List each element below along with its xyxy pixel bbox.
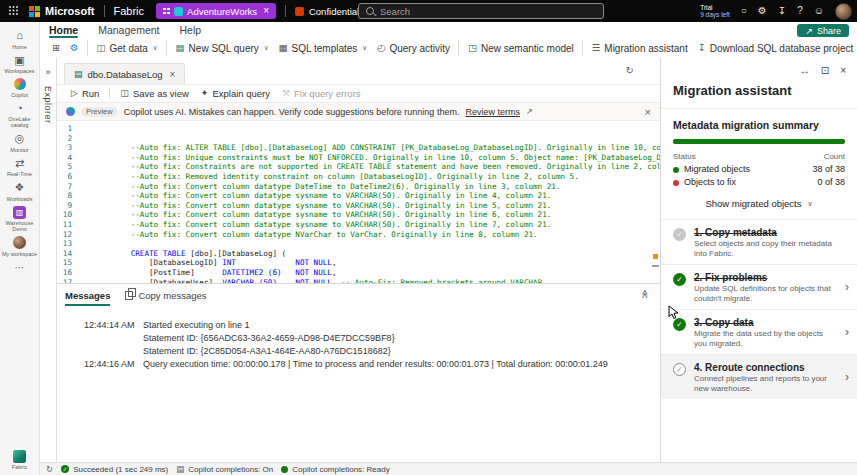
code-line[interactable]: 1 --Auto fix: ALTER TABLE [dbo].[Databas…: [57, 124, 660, 134]
summary-title: Metadata migration summary: [673, 119, 845, 131]
explain-query-button[interactable]: ✦ Explain query: [195, 86, 276, 101]
code-line[interactable]: 7 --Auto fix: Convert column datatype sy…: [57, 182, 660, 192]
query-status-text: Succeeded (1 sec 249 ms): [73, 465, 168, 474]
copilot-completions-toggle[interactable]: ▤ Copilot completions: On: [176, 465, 273, 474]
ribbon-button[interactable]: ⊞ ∨: [47, 40, 65, 56]
ribbon-button[interactable]: ▤ New SQL query ∨: [166, 40, 274, 56]
code-area[interactable]: 1 --Auto fix: ALTER TABLE [dbo].[Databas…: [57, 121, 660, 289]
code-line[interactable]: 13 [DatabaseLogID] INT NOT NULL,: [57, 239, 660, 249]
search-input[interactable]: Search: [358, 3, 604, 19]
tab-messages[interactable]: Messages: [65, 284, 110, 306]
ribbon-button[interactable]: ⚙ ∨: [65, 40, 84, 56]
step-content: 1. Copy metadata Select objects and copy…: [694, 226, 837, 258]
code-line[interactable]: 9 --Auto fix: Convert column datatype sy…: [57, 201, 660, 211]
message-time: [84, 332, 143, 345]
code-line[interactable]: 15 [DatabaseUser] VARCHAR (50) NOT NULL,…: [57, 258, 660, 268]
sidebar-item[interactable]: ⌂ Home: [1, 29, 39, 50]
ribbon-button-icon: ◫: [97, 43, 106, 53]
ribbon-button-icon: ◴: [377, 43, 385, 53]
message-time: 12:44:14 AM: [84, 319, 143, 332]
ribbon-button-icon: ↧: [698, 43, 706, 53]
close-icon[interactable]: ×: [263, 6, 269, 16]
search-placeholder: Search: [380, 6, 410, 17]
sidebar-item[interactable]: ▥ Warehouse Demo: [1, 206, 39, 233]
show-migrated-objects-button[interactable]: Show migrated objects ∨: [699, 197, 818, 210]
close-icon[interactable]: ×: [645, 106, 651, 118]
step-description: Select objects and copy their metadata i…: [694, 239, 837, 258]
feedback-icon[interactable]: ☺: [814, 6, 824, 16]
message-row: Statement ID: {2C85D054-A3A1-464E-AA80-A…: [57, 345, 660, 358]
summary-row-label: Migrated objects: [684, 163, 750, 176]
close-icon[interactable]: ×: [840, 66, 846, 76]
review-terms-link[interactable]: Review terms: [465, 107, 520, 117]
app-launcher-icon[interactable]: [9, 6, 19, 16]
ribbon-button[interactable]: ◳ New semantic model ∨: [458, 40, 579, 56]
sidebar-item[interactable]: My workspace: [1, 236, 39, 257]
ribbon-button[interactable]: ☰ Migration assistant ∨: [582, 40, 693, 56]
code-line[interactable]: 10 --Auto fix: Convert column datatype N…: [57, 210, 660, 220]
ribbon-button[interactable]: ▦ SQL templates ∨: [274, 40, 373, 56]
message-row: 12:44:14 AM Started executing on line 1: [57, 319, 660, 332]
sidebar-item-icon: [13, 236, 26, 249]
notifications-icon[interactable]: ○: [741, 6, 747, 16]
chevron-right-icon: ›: [845, 370, 849, 384]
code-line-text: --Auto fix: Constraints are not supporte…: [85, 143, 660, 153]
progress-fill: [673, 139, 845, 144]
save-as-view-button[interactable]: ◫ Save as view: [114, 86, 195, 101]
ribbon-button[interactable]: ◫ Get data ∨: [87, 40, 163, 56]
workspace-tab[interactable]: AdventureWorks ×: [156, 3, 276, 19]
step-content: 2. Fix problems Update SQL definitions f…: [694, 271, 837, 303]
code-line[interactable]: 14 [PostTime] DATETIME2 (6) NOT NULL,: [57, 249, 660, 259]
maximize-icon[interactable]: ⊡: [821, 66, 829, 76]
sidebar-item[interactable]: ◔ OneLake catalog: [1, 102, 39, 129]
migration-steps: ✓ 1. Copy metadata Select objects and co…: [661, 219, 857, 399]
sidebar-item[interactable]: ⇄ Real-Time: [1, 157, 39, 178]
close-icon[interactable]: ×: [170, 69, 176, 80]
expand-explorer-icon[interactable]: »: [45, 67, 50, 77]
copilot-icon: [66, 107, 75, 116]
sidebar-item-label: OneLake catalog: [2, 116, 38, 128]
preview-badge: Preview: [81, 107, 118, 117]
menu-tab[interactable]: Home: [49, 22, 78, 38]
help-icon[interactable]: ?: [797, 6, 803, 16]
migration-step[interactable]: ✓ 3. Copy data Migrate the data used by …: [661, 309, 857, 354]
menu-tab[interactable]: Help: [179, 22, 201, 38]
download-app-icon[interactable]: ↧: [778, 6, 786, 16]
sidebar-item[interactable]: Copilot: [1, 78, 39, 98]
code-line[interactable]: 2 --Auto fix: Unique constraints must be…: [57, 134, 660, 144]
code-line[interactable]: 16 [Event] VARCHAR (50) NOT NULL, -- Aut…: [57, 268, 660, 278]
run-icon: ▷: [71, 89, 78, 98]
sidebar-item[interactable]: ❖ Workloads: [1, 181, 39, 202]
connection-status-icon[interactable]: ↻: [46, 465, 53, 474]
settings-gear-icon[interactable]: ⚙: [758, 6, 767, 16]
copy-messages-button[interactable]: Copy messages: [125, 284, 206, 306]
fit-width-icon[interactable]: ↔: [800, 66, 810, 76]
sidebar-item[interactable]: ◎ Monitor: [1, 132, 39, 153]
ready-dot-icon: [281, 466, 288, 473]
sidebar-item[interactable]: ⋯: [1, 261, 39, 274]
code-line[interactable]: 3 --Auto fix: Constraints are not suppor…: [57, 143, 660, 153]
fix-query-errors-button[interactable]: ⚒ Fix query errors: [276, 86, 367, 101]
migration-step[interactable]: ✓ 2. Fix problems Update SQL definitions…: [661, 264, 857, 309]
messages-tab-bar: Messages Copy messages ≪: [57, 284, 660, 306]
step-description: Update SQL definitions for objects that …: [694, 284, 837, 303]
account-avatar[interactable]: [835, 3, 852, 20]
code-line[interactable]: 4 --Auto fix: Removed identity constrain…: [57, 153, 660, 163]
editor-tab[interactable]: ▤ dbo.DatabaseLog ×: [64, 63, 185, 84]
collapse-panel-icon[interactable]: ≪: [639, 289, 649, 298]
migration-step[interactable]: ✓ 1. Copy metadata Select objects and co…: [661, 219, 857, 264]
ribbon-button[interactable]: ◴ Query activity ∨: [372, 40, 455, 56]
code-line[interactable]: 8 --Auto fix: Convert column datatype sy…: [57, 191, 660, 201]
share-button[interactable]: ↗ Share: [797, 24, 849, 37]
menu-tab[interactable]: Management: [98, 22, 159, 38]
sidebar-item-icon: ⌂: [16, 29, 23, 42]
sidebar-item[interactable]: ▣ Workspaces: [1, 54, 39, 75]
migration-step[interactable]: ✓ 4. Reroute connections Connect pipelin…: [661, 354, 857, 399]
trial-badge[interactable]: Trial 9 days left: [700, 4, 730, 19]
run-button[interactable]: ▷ Run: [65, 86, 105, 101]
ribbon-button[interactable]: ↧ Download SQL database project ∨: [693, 40, 857, 56]
step-description: Migrate the data used by the objects you…: [694, 329, 837, 348]
step-title: 2. Fix problems: [694, 271, 837, 284]
left-nav-rail: ⌂ Home ▣ Workspaces Copilot ◔ OneLake ca…: [0, 22, 40, 475]
refresh-icon[interactable]: ↻: [626, 65, 634, 76]
